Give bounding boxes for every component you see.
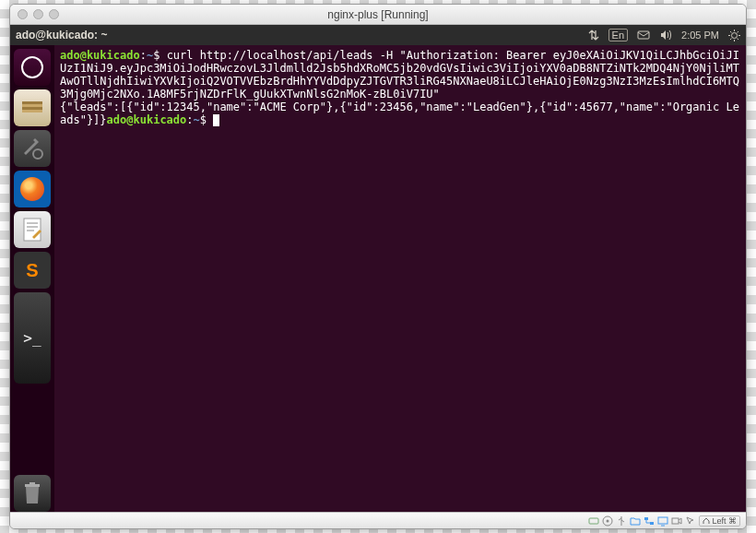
sound-icon[interactable]	[659, 30, 672, 41]
svg-rect-7	[24, 219, 41, 241]
svg-point-1	[732, 32, 738, 38]
zoom-icon[interactable]	[49, 9, 59, 19]
svg-point-15	[606, 519, 608, 522]
gear-icon[interactable]	[728, 30, 740, 41]
text-editor-icon[interactable]	[14, 211, 51, 248]
terminal-icon[interactable]: >_	[14, 292, 51, 384]
svg-point-6	[33, 149, 42, 159]
network-icon[interactable]	[586, 30, 599, 41]
sb-cd-icon[interactable]	[602, 515, 613, 527]
sb-folder-icon[interactable]	[630, 515, 641, 527]
desktop-content: S >_ ado@kukicado:~$ curl http://localho…	[10, 45, 746, 512]
svg-rect-18	[658, 517, 667, 524]
window-title: nginx-plus [Running]	[327, 8, 428, 21]
sublime-icon[interactable]: S	[14, 252, 51, 289]
svg-rect-2	[22, 101, 42, 104]
unity-launcher: S >_	[10, 45, 54, 512]
keyboard-indicator[interactable]: En	[608, 29, 628, 41]
svg-rect-3	[22, 104, 42, 107]
prompt-user: ado@kukicado	[107, 113, 187, 126]
vm-statusbar: Left ⌘	[10, 512, 746, 528]
svg-rect-16	[644, 517, 648, 520]
svg-rect-12	[30, 482, 35, 485]
mac-traffic-lights	[18, 9, 59, 19]
svg-rect-4	[22, 107, 42, 110]
trash-icon[interactable]	[14, 475, 51, 512]
terminal-window[interactable]: ado@kukicado:~$ curl http://localhost/ap…	[54, 45, 746, 512]
svg-rect-20	[672, 518, 679, 524]
svg-rect-5	[22, 110, 42, 113]
cursor	[213, 114, 219, 126]
sb-usb-icon[interactable]	[616, 515, 627, 527]
files-icon[interactable]	[14, 89, 51, 126]
top-menubar: ado@kukicado: ~ En 2:05 PM	[10, 25, 746, 45]
minimize-icon[interactable]	[33, 9, 43, 19]
sb-camera-icon[interactable]	[671, 515, 682, 527]
ubuntu-desktop: ado@kukicado: ~ En 2:05 PM	[10, 25, 746, 512]
dash-icon[interactable]	[14, 49, 51, 86]
sb-hostkey[interactable]: Left ⌘	[699, 515, 740, 527]
clock[interactable]: 2:05 PM	[681, 30, 719, 41]
messaging-icon[interactable]	[637, 30, 650, 41]
svg-rect-17	[650, 522, 654, 525]
sb-net-icon[interactable]	[644, 515, 655, 527]
prompt-user: ado@kukicado	[60, 49, 140, 62]
vm-window: nginx-plus [Running] ado@kukicado: ~ En …	[9, 4, 747, 529]
sb-display-icon[interactable]	[657, 515, 668, 527]
settings-icon[interactable]	[14, 130, 51, 167]
close-icon[interactable]	[18, 9, 28, 19]
svg-rect-13	[589, 518, 598, 524]
svg-rect-0	[638, 31, 649, 39]
app-title: ado@kukicado: ~	[16, 29, 107, 41]
firefox-icon[interactable]	[14, 171, 51, 207]
prompt-path: ~	[194, 113, 200, 126]
mac-titlebar: nginx-plus [Running]	[10, 5, 746, 25]
sb-hd-icon[interactable]	[588, 515, 599, 527]
sb-mouse-icon[interactable]	[685, 515, 696, 527]
